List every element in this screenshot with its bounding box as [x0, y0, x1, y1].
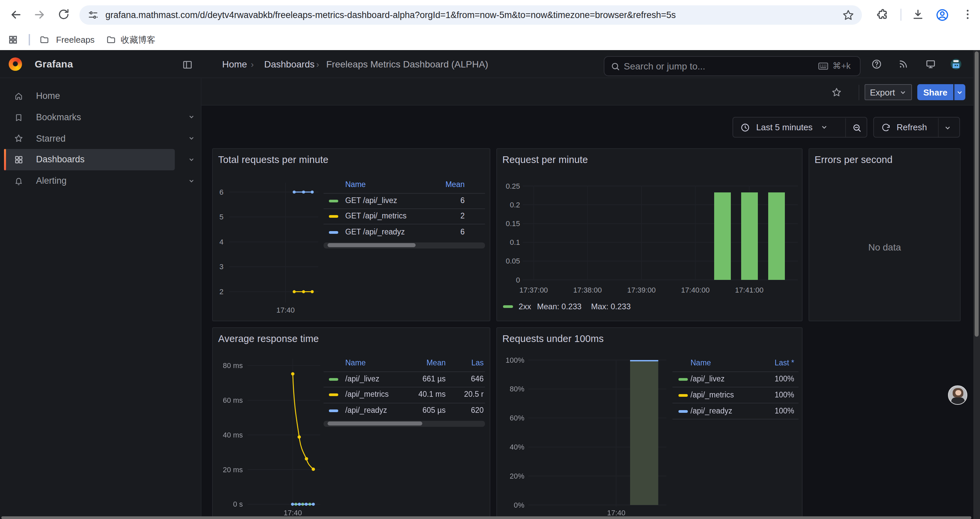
grafana-app: Grafana Home › Dashboards › Freeleaps Me… — [0, 50, 980, 519]
horizontal-scrollbar-thumb[interactable] — [2, 516, 971, 519]
sidebar-item-alerting[interactable]: Alerting — [4, 170, 175, 192]
zoom-out-icon[interactable] — [851, 123, 862, 133]
rss-icon[interactable] — [898, 59, 908, 69]
x-tick-label: 17:38:00 — [573, 286, 602, 294]
sidebar-item-dashboards[interactable]: Dashboards — [4, 149, 175, 170]
share-button[interactable]: Share — [917, 85, 953, 100]
y-tick-label: 80% — [510, 385, 524, 393]
monitor-icon[interactable] — [925, 59, 935, 69]
url-bar[interactable]: grafana.mathmast.com/d/deytv4rwavabkb/fr… — [80, 5, 862, 24]
legend-scrollbar-thumb — [327, 422, 422, 425]
legend-stat: Max: 0.233 — [591, 302, 631, 311]
legend-label[interactable]: GET /api/_readyz — [345, 228, 405, 236]
legend-value: 6 — [460, 196, 465, 204]
series-point — [298, 435, 301, 439]
folder-icon — [39, 35, 49, 45]
bookmark-item-freeleaps[interactable]: Freeleaps — [56, 29, 95, 50]
sidebar-item-home[interactable]: Home — [4, 86, 175, 107]
legend-header-mean: Mean — [426, 359, 445, 367]
breadcrumb-home[interactable]: Home — [222, 59, 247, 69]
chart-canvas: 0.250.20.150.10.05017:37:0017:38:0017:39… — [497, 149, 803, 322]
sidebar-toggle-icon[interactable] — [182, 59, 193, 70]
bookmark-item-blog[interactable]: 收藏博客 — [121, 29, 156, 50]
panel-average-response-time[interactable]: Average response time 80 ms60 ms40 ms20 … — [212, 327, 490, 519]
y-tick-label: 4 — [220, 238, 223, 246]
search-input[interactable]: Search or jump to... ⌘+k — [604, 56, 861, 76]
download-icon[interactable] — [911, 8, 924, 21]
star-dashboard-icon[interactable] — [831, 86, 842, 97]
help-icon[interactable] — [871, 59, 882, 69]
share-dropdown-button[interactable] — [954, 85, 965, 100]
user-avatar[interactable] — [951, 59, 961, 69]
legend-separator — [323, 224, 485, 225]
legend-label[interactable]: /api/_livez — [345, 374, 379, 382]
refresh-icon — [881, 123, 891, 132]
grafana-logo[interactable] — [9, 57, 22, 71]
legend-header-las: Las — [471, 359, 484, 367]
forward-icon[interactable] — [33, 8, 46, 21]
series-point — [312, 468, 315, 471]
floating-avatar[interactable] — [948, 385, 967, 404]
chevron-down-icon — [899, 88, 906, 96]
legend-header-name: Name — [690, 359, 711, 367]
sidebar-item-label: Alerting — [36, 170, 67, 192]
legend-header-last: Last * — [775, 359, 794, 367]
chevron-down-icon[interactable] — [188, 177, 195, 184]
apps-grid-icon[interactable] — [8, 35, 18, 45]
legend-label[interactable]: GET /api/_metrics — [345, 212, 407, 220]
legend-separator — [673, 419, 799, 420]
panel-requests-under-100ms[interactable]: Requests under 100ms 100%80%60%40%20%0%1… — [496, 327, 803, 519]
keyboard-icon — [818, 61, 829, 71]
menu-dots-icon[interactable] — [961, 8, 974, 21]
export-label: Export — [870, 87, 895, 97]
profile-icon[interactable] — [935, 8, 949, 22]
chevron-down-icon[interactable] — [944, 125, 951, 132]
sidebar-item-starred[interactable]: Starred — [4, 128, 175, 149]
site-info-icon[interactable] — [88, 9, 99, 21]
breadcrumb-separator: › — [316, 59, 319, 69]
panel-title[interactable]: Errors per second — [815, 154, 892, 165]
legend-label[interactable]: /api/_readyz — [690, 406, 732, 414]
legend-label[interactable]: /api/_readyz — [345, 406, 387, 414]
back-icon[interactable] — [10, 8, 23, 21]
sidebar-item-label: Starred — [36, 128, 66, 149]
legend-label[interactable]: 2xx — [519, 302, 531, 311]
chevron-down-icon[interactable] — [188, 114, 195, 121]
legend-value: 100% — [775, 375, 794, 383]
series-point — [293, 290, 296, 293]
reload-icon[interactable] — [57, 8, 70, 21]
extensions-icon[interactable] — [876, 8, 889, 21]
vertical-scrollbar-thumb[interactable] — [974, 51, 978, 337]
bookmark-star-icon[interactable] — [842, 8, 854, 21]
legend-value: 605 µs — [422, 406, 445, 414]
legend-header-mean: Mean — [445, 180, 465, 188]
y-tick-label: 0.05 — [506, 257, 520, 265]
legend-value: 40.1 ms — [418, 390, 445, 398]
folder-icon — [106, 35, 116, 45]
bookmarks-separator — [29, 34, 30, 45]
y-tick-label: 0% — [514, 501, 524, 509]
refresh-button[interactable]: Refresh — [873, 117, 960, 137]
legend-value: 100% — [775, 406, 794, 414]
legend-label[interactable]: GET /api/_livez — [345, 196, 397, 204]
url-text[interactable]: grafana.mathmast.com/d/deytv4rwavabkb/fr… — [105, 5, 836, 24]
refresh-label: Refresh — [897, 122, 927, 132]
x-tick-label: 17:39:00 — [627, 286, 656, 294]
legend-label[interactable]: /api/_metrics — [690, 391, 734, 399]
breadcrumb-dashboards[interactable]: Dashboards — [264, 59, 315, 69]
sidebar-item-bookmarks[interactable]: Bookmarks — [4, 107, 175, 128]
panel-errors-per-second[interactable]: Errors per second No data — [808, 148, 961, 321]
panel-request-per-minute[interactable]: Request per minute 0.250.20.150.10.05017… — [496, 148, 803, 321]
panel-total-requests-per-minute[interactable]: Total requests per minute 6543217:40Name… — [212, 148, 490, 321]
bell-icon — [14, 176, 23, 186]
sidebar-item-label: Bookmarks — [36, 107, 81, 128]
chevron-down-icon[interactable] — [188, 156, 195, 163]
time-range-picker[interactable]: Last 5 minutes — [732, 117, 867, 137]
chevron-down-icon — [956, 88, 964, 96]
export-button[interactable]: Export — [865, 85, 912, 100]
series-point — [305, 503, 307, 506]
chevron-down-icon[interactable] — [188, 135, 195, 142]
legend-label[interactable]: /api/_livez — [690, 375, 724, 383]
legend-label[interactable]: /api/_metrics — [345, 390, 388, 398]
x-tick-label: 17:37:00 — [519, 286, 548, 294]
